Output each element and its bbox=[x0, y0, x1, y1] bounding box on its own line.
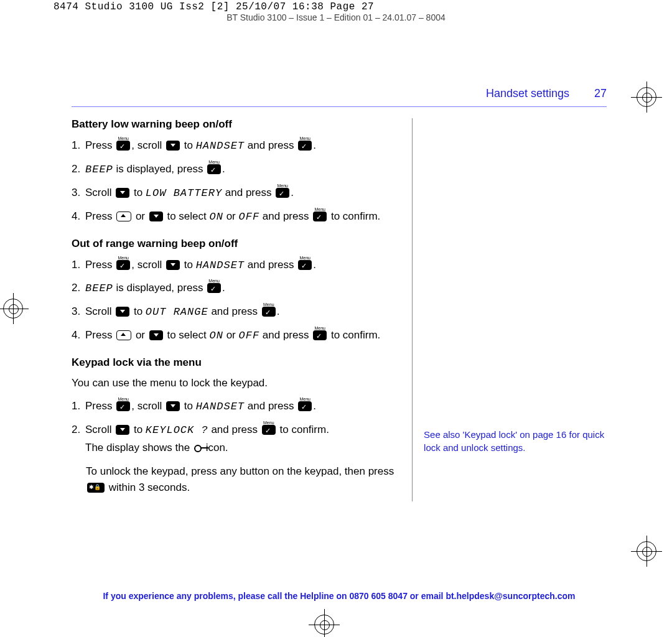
heading-keypad-lock: Keypad lock via the menu bbox=[72, 356, 401, 369]
scroll-up-icon bbox=[116, 212, 131, 221]
menu-ok-icon bbox=[298, 260, 312, 270]
s2-step3: 3.Scroll to OUT RANGE and press . bbox=[72, 303, 401, 322]
scroll-down-icon bbox=[166, 260, 180, 270]
menu-ok-icon bbox=[298, 401, 312, 411]
registration-mark-right-top bbox=[637, 87, 656, 107]
step-number: 3. bbox=[72, 184, 85, 202]
s1-step1: 1.Press , scroll to HANDSET and press . bbox=[72, 137, 401, 156]
page-content: Handset settings 27 Battery low warning … bbox=[72, 87, 607, 501]
step-number: 2. bbox=[72, 160, 85, 179]
key-lock-icon bbox=[194, 445, 202, 452]
scroll-down-icon bbox=[149, 212, 163, 221]
s3-unlock-note: To unlock the keypad, press any button o… bbox=[72, 463, 401, 495]
s2-step1: 1.Press , scroll to HANDSET and press . bbox=[72, 256, 401, 275]
scroll-down-icon bbox=[166, 141, 180, 151]
step-number: 4. bbox=[72, 327, 85, 345]
menu-ok-icon bbox=[207, 283, 221, 293]
heading-battery-low: Battery low warning beep on/off bbox=[72, 118, 401, 131]
s1-step3: 3.Scroll to LOW BATTERY and press . bbox=[72, 184, 401, 203]
s1-step2: 2.BEEP is displayed, press . bbox=[72, 160, 401, 179]
menu-ok-icon bbox=[262, 307, 276, 317]
crop-mark-text: 8474 Studio 3100 UG Iss2 [2] 25/10/07 16… bbox=[54, 1, 374, 12]
scroll-up-icon bbox=[116, 330, 131, 340]
scroll-down-icon bbox=[166, 401, 180, 411]
menu-ok-icon bbox=[116, 141, 130, 151]
star-lock-icon bbox=[87, 483, 105, 493]
scroll-down-icon bbox=[149, 330, 163, 340]
section-title: Handset settings bbox=[486, 87, 569, 100]
step-number: 3. bbox=[72, 303, 85, 321]
side-note-keypad-lock: See also 'Keypad lock' on page 16 for qu… bbox=[424, 428, 607, 454]
ghost-header: BT Studio 3100 – Issue 1 – Edition 01 – … bbox=[0, 12, 672, 22]
step-number: 1. bbox=[72, 398, 85, 416]
s3-step1: 1.Press , scroll to HANDSET and press . bbox=[72, 398, 401, 416]
side-column: See also 'Keypad lock' on page 16 for qu… bbox=[413, 118, 607, 501]
s1-step4: 4.Press or to select ON or OFF and press… bbox=[72, 208, 401, 226]
step-number: 1. bbox=[72, 137, 85, 155]
main-column: Battery low warning beep on/off 1.Press … bbox=[72, 118, 413, 501]
s3-intro: You can use the menu to lock the keypad. bbox=[72, 375, 401, 391]
page-header: Handset settings 27 bbox=[72, 87, 607, 107]
s2-step4: 4.Press or to select ON or OFF and press… bbox=[72, 327, 401, 345]
registration-mark-left bbox=[3, 299, 23, 318]
page-number: 27 bbox=[594, 87, 607, 100]
menu-ok-icon bbox=[313, 212, 327, 221]
scroll-down-icon bbox=[116, 307, 129, 317]
menu-ok-icon bbox=[262, 425, 276, 435]
step-number: 2. bbox=[72, 279, 85, 297]
menu-ok-icon bbox=[298, 141, 312, 151]
menu-ok-icon bbox=[276, 188, 289, 198]
menu-ok-icon bbox=[207, 164, 221, 174]
s2-step2: 2.BEEP is displayed, press . bbox=[72, 279, 401, 298]
step-number: 1. bbox=[72, 256, 85, 274]
step-number: 4. bbox=[72, 208, 85, 226]
menu-ok-icon bbox=[116, 260, 130, 270]
scroll-down-icon bbox=[116, 425, 129, 435]
menu-ok-icon bbox=[116, 401, 130, 411]
registration-mark-bottom bbox=[314, 615, 334, 635]
menu-ok-icon bbox=[313, 330, 327, 340]
helpline-footer: If you experience any problems, please c… bbox=[72, 591, 607, 601]
heading-out-of-range: Out of range warning beep on/off bbox=[72, 238, 401, 250]
step-number: 2. bbox=[72, 421, 85, 439]
scroll-down-icon bbox=[116, 188, 129, 198]
s3-step2: 2.Scroll to KEYLOCK ? and press to confi… bbox=[72, 421, 401, 458]
registration-mark-right-bottom bbox=[637, 541, 656, 561]
